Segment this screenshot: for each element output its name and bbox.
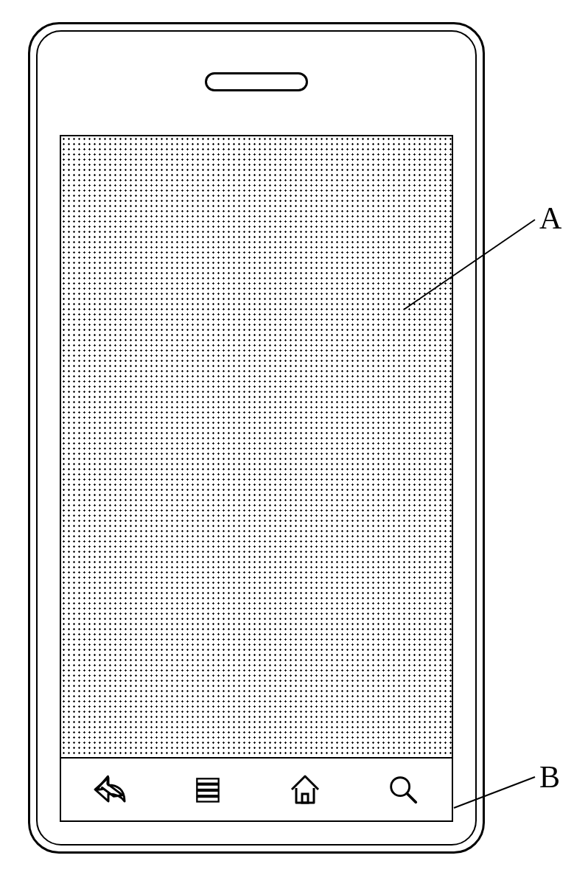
label-b: B (539, 759, 560, 795)
leader-line-b (0, 0, 588, 875)
svg-line-8 (454, 777, 535, 808)
